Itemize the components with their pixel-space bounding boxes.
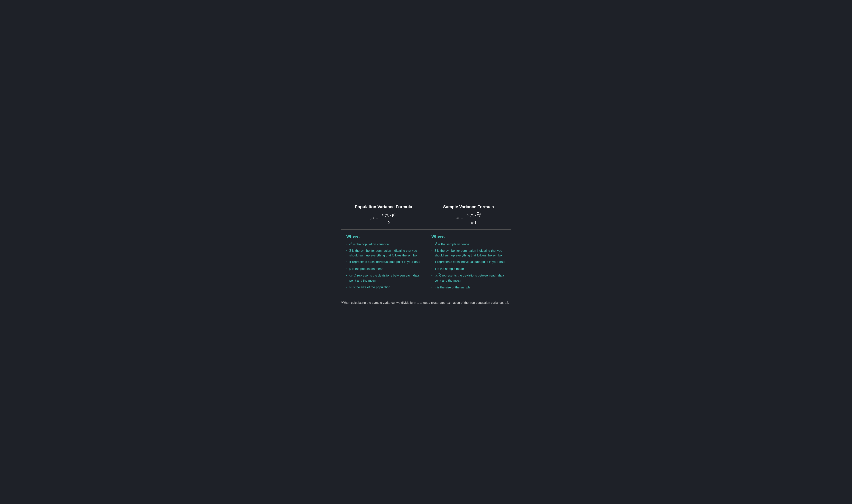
sample-numerator: Σ (xi - x)2 [467,213,482,219]
sample-where-cell: Where: s2 is the sample variance Σ is th… [426,229,511,295]
sample-formula-display: s2 = Σ (xi - x)2 n-1 [432,213,505,224]
sample-fraction: Σ (xi - x)2 n-1 [467,213,482,224]
population-bullet-list: σ2 is the population variance Σ is the s… [346,242,421,290]
population-where-title: Where: [346,234,421,239]
population-where-cell: Where: σ2 is the population variance Σ i… [341,229,426,295]
sample-formula-title: Sample Variance Formula [432,204,505,209]
population-formula-title: Population Variance Formula [347,204,420,209]
sample-where-title: Where: [431,234,506,239]
population-formula-lhs: σ2 = [370,216,378,221]
list-item: xi represents each individual data point… [346,259,421,265]
sample-bullet-list: s2 is the sample variance Σ is the symbo… [431,242,506,290]
population-fraction: Σ (xi - μ)2 N [382,213,397,224]
page-wrapper: Population Variance Formula σ2 = Σ (xi -… [341,199,511,305]
list-item: s2 is the sample variance [431,242,506,247]
sample-formula-cell: Sample Variance Formula s2 = Σ (xi - x)2… [426,199,511,229]
list-item: x is the sample mean [431,267,506,271]
sample-denominator: n-1 [471,219,476,225]
list-item: (xi-x) represents the deviations between… [431,273,506,283]
population-numerator: Σ (xi - μ)2 [382,213,397,219]
where-row: Where: σ2 is the population variance Σ i… [341,229,511,295]
population-formula-cell: Population Variance Formula σ2 = Σ (xi -… [341,199,426,229]
list-item: N is the size of the population [346,285,421,290]
main-table: Population Variance Formula σ2 = Σ (xi -… [341,199,511,295]
list-item: Σ is the symbol for summation indicating… [431,248,506,258]
list-item: n is the size of the sample* [431,285,506,290]
population-denominator: N [388,219,391,225]
list-item: σ2 is the population variance [346,242,421,247]
sample-formula-lhs: s2 = [456,216,463,221]
list-item: (xi-μ) represents the deviations between… [346,273,421,283]
formula-row: Population Variance Formula σ2 = Σ (xi -… [341,199,511,229]
population-formula-display: σ2 = Σ (xi - μ)2 N [347,213,420,224]
list-item: xi represents each individual data point… [431,259,506,265]
list-item: Σ is the symbol for summation indicating… [346,248,421,258]
list-item: μ is the population mean [346,267,421,271]
footnote-text: *When calculating the sample variance, w… [341,300,511,305]
